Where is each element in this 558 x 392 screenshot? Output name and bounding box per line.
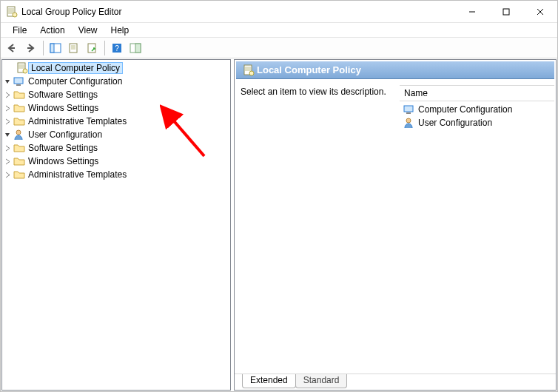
tab-standard[interactable]: Standard: [295, 374, 348, 388]
svg-rect-5: [70, 44, 77, 53]
folder-icon: [13, 116, 26, 126]
details-header-title: Local Computer Policy: [257, 64, 361, 75]
tab-extended[interactable]: Extended: [242, 374, 296, 388]
chevron-right-icon[interactable]: [2, 92, 13, 98]
list-item-label: Computer Configuration: [416, 104, 514, 115]
tree-software-settings-user[interactable]: Software Settings: [2, 141, 230, 155]
toolbar-separator: [43, 41, 44, 55]
computer-icon: [13, 75, 26, 87]
computer-icon: [403, 104, 416, 115]
toolbar-separator: [104, 41, 105, 55]
svg-point-1: [13, 13, 17, 17]
minimize-button[interactable]: [455, 1, 489, 22]
svg-rect-4: [50, 44, 54, 53]
user-icon: [403, 117, 416, 129]
svg-rect-13: [14, 78, 23, 84]
svg-point-15: [16, 130, 21, 135]
folder-icon: [13, 156, 26, 166]
list-item[interactable]: Computer Configuration: [400, 103, 554, 116]
back-button[interactable]: [4, 39, 21, 57]
show-hide-tree-button[interactable]: [47, 39, 64, 57]
tree-label: Computer Configuration: [26, 76, 124, 87]
menu-bar: File Action View Help: [1, 23, 557, 38]
tree-label: Local Computer Policy: [29, 63, 122, 73]
chevron-right-icon[interactable]: [2, 118, 13, 125]
column-header-name[interactable]: Name: [400, 85, 554, 101]
close-button[interactable]: [523, 1, 557, 22]
menu-file[interactable]: File: [7, 24, 33, 36]
svg-text:?: ?: [115, 44, 119, 53]
tree-label: Windows Settings: [26, 156, 101, 166]
menu-help[interactable]: Help: [105, 24, 135, 36]
chevron-down-icon[interactable]: [2, 132, 13, 138]
tree-windows-settings-user[interactable]: Windows Settings: [2, 155, 230, 168]
svg-rect-19: [406, 112, 411, 114]
title-bar: Local Group Policy Editor: [1, 1, 557, 23]
tree-windows-settings[interactable]: Windows Settings: [2, 101, 230, 115]
app-icon: [5, 6, 19, 18]
folder-icon: [13, 143, 26, 153]
svg-rect-10: [135, 44, 141, 53]
tree-pane[interactable]: Local Computer Policy Comput: [1, 59, 231, 391]
tab-bar: Extended Standard: [235, 374, 556, 390]
properties-button[interactable]: [65, 39, 83, 57]
list-item[interactable]: User Configuration: [400, 116, 554, 129]
tree-admin-templates-user[interactable]: Administrative Templates: [2, 168, 230, 181]
menu-view[interactable]: View: [73, 24, 104, 36]
details-pane: Local Computer Policy Select an item to …: [234, 59, 557, 391]
chevron-right-icon[interactable]: [2, 172, 13, 178]
tree-label: Administrative Templates: [26, 169, 129, 180]
menu-action[interactable]: Action: [34, 24, 70, 36]
window-controls: [455, 1, 557, 22]
tree-computer-configuration[interactable]: Computer Configuration: [2, 75, 230, 88]
folder-icon: [13, 89, 26, 100]
tree-label: Software Settings: [26, 89, 100, 100]
folder-icon: [13, 169, 26, 180]
tree-label: Windows Settings: [26, 103, 101, 113]
filter-button[interactable]: [127, 39, 144, 57]
description-text: Select an item to view its description.: [241, 85, 400, 372]
policy-icon: [241, 64, 257, 76]
help-button[interactable]: ?: [108, 39, 126, 57]
details-header: Local Computer Policy: [236, 61, 554, 79]
list-item-label: User Configuration: [416, 118, 494, 128]
tree-admin-templates[interactable]: Administrative Templates: [2, 115, 230, 128]
svg-rect-18: [404, 106, 413, 112]
chevron-right-icon[interactable]: [2, 158, 13, 165]
policy-icon: [16, 62, 29, 74]
tree-software-settings[interactable]: Software Settings: [2, 88, 230, 101]
tree-label: User Configuration: [26, 129, 104, 140]
svg-point-20: [406, 118, 411, 123]
maximize-button[interactable]: [489, 1, 523, 22]
forward-button[interactable]: [22, 39, 40, 57]
chevron-right-icon[interactable]: [2, 105, 13, 112]
folder-icon: [13, 103, 26, 113]
user-icon: [13, 129, 26, 141]
details-list: Name Computer Configuration User Configu…: [400, 85, 554, 372]
chevron-right-icon[interactable]: [2, 145, 13, 152]
tree-label: Administrative Templates: [26, 116, 129, 126]
chevron-down-icon[interactable]: [2, 78, 13, 85]
svg-rect-14: [16, 84, 21, 86]
svg-rect-2: [503, 9, 509, 15]
toolbar: ?: [1, 38, 557, 58]
svg-point-17: [249, 71, 254, 75]
export-list-button[interactable]: [84, 39, 101, 57]
tree-user-configuration[interactable]: User Configuration: [2, 128, 230, 141]
window-title: Local Group Policy Editor: [19, 7, 455, 17]
tree-label: Software Settings: [26, 143, 100, 153]
svg-point-12: [23, 69, 27, 73]
tree-root[interactable]: Local Computer Policy: [2, 61, 230, 75]
